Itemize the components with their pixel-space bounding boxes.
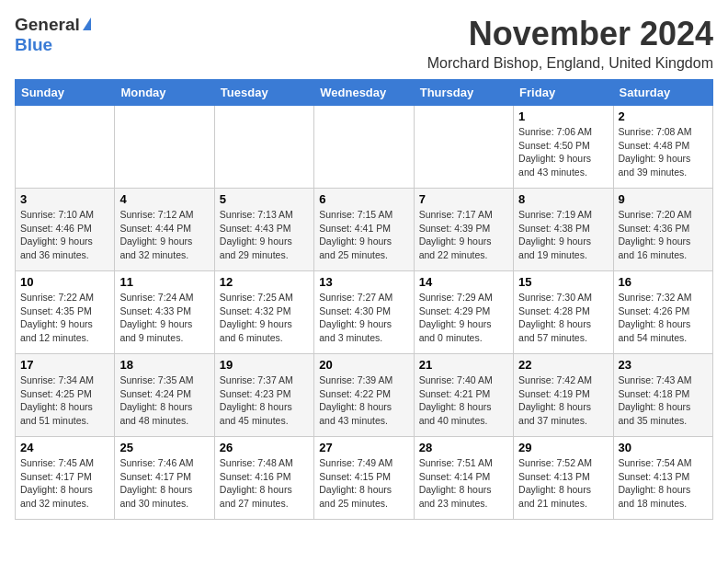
day-info: Sunrise: 7:22 AM Sunset: 4:35 PM Dayligh… xyxy=(20,291,109,345)
day-cell: 10Sunrise: 7:22 AM Sunset: 4:35 PM Dayli… xyxy=(16,271,115,354)
day-info: Sunrise: 7:27 AM Sunset: 4:30 PM Dayligh… xyxy=(319,291,408,345)
week-row-1: 1Sunrise: 7:06 AM Sunset: 4:50 PM Daylig… xyxy=(16,106,713,189)
day-cell: 29Sunrise: 7:52 AM Sunset: 4:13 PM Dayli… xyxy=(514,437,613,520)
day-cell xyxy=(414,106,513,189)
day-info: Sunrise: 7:35 AM Sunset: 4:24 PM Dayligh… xyxy=(119,373,209,428)
header-saturday: Saturday xyxy=(613,80,712,106)
day-info: Sunrise: 7:40 AM Sunset: 4:21 PM Dayligh… xyxy=(419,373,508,428)
day-number: 25 xyxy=(119,441,209,454)
day-number: 10 xyxy=(20,275,109,289)
header-sunday: Sunday xyxy=(16,80,115,106)
day-number: 22 xyxy=(518,358,608,372)
day-cell: 24Sunrise: 7:45 AM Sunset: 4:17 PM Dayli… xyxy=(16,437,115,520)
day-number: 13 xyxy=(319,275,408,289)
day-info: Sunrise: 7:39 AM Sunset: 4:22 PM Dayligh… xyxy=(319,373,408,428)
header-tuesday: Tuesday xyxy=(214,80,313,106)
day-info: Sunrise: 7:13 AM Sunset: 4:43 PM Dayligh… xyxy=(220,208,309,262)
day-info: Sunrise: 7:45 AM Sunset: 4:17 PM Dayligh… xyxy=(20,456,109,511)
week-row-4: 17Sunrise: 7:34 AM Sunset: 4:25 PM Dayli… xyxy=(16,354,713,437)
day-number: 11 xyxy=(119,275,209,289)
day-cell: 4Sunrise: 7:12 AM Sunset: 4:44 PM Daylig… xyxy=(115,189,214,271)
logo: General Blue xyxy=(15,15,91,55)
day-number: 9 xyxy=(619,192,708,206)
day-number: 7 xyxy=(419,192,508,206)
day-info: Sunrise: 7:34 AM Sunset: 4:25 PM Dayligh… xyxy=(20,373,109,428)
calendar-header-row: SundayMondayTuesdayWednesdayThursdayFrid… xyxy=(16,80,713,106)
day-cell: 6Sunrise: 7:15 AM Sunset: 4:41 PM Daylig… xyxy=(314,189,414,271)
header: General Blue November 2024 Morchard Bish… xyxy=(15,15,713,72)
day-info: Sunrise: 7:12 AM Sunset: 4:44 PM Dayligh… xyxy=(119,208,209,262)
header-monday: Monday xyxy=(115,80,214,106)
day-cell xyxy=(115,106,214,189)
day-cell: 18Sunrise: 7:35 AM Sunset: 4:24 PM Dayli… xyxy=(115,354,214,437)
day-info: Sunrise: 7:30 AM Sunset: 4:28 PM Dayligh… xyxy=(518,291,608,345)
day-number: 1 xyxy=(518,109,608,123)
day-cell: 8Sunrise: 7:19 AM Sunset: 4:38 PM Daylig… xyxy=(514,189,613,271)
day-info: Sunrise: 7:43 AM Sunset: 4:18 PM Dayligh… xyxy=(619,373,708,428)
day-cell: 9Sunrise: 7:20 AM Sunset: 4:36 PM Daylig… xyxy=(613,189,712,271)
day-number: 3 xyxy=(20,192,109,206)
day-cell: 28Sunrise: 7:51 AM Sunset: 4:14 PM Dayli… xyxy=(414,437,513,520)
calendar-table: SundayMondayTuesdayWednesdayThursdayFrid… xyxy=(15,79,713,520)
day-cell: 17Sunrise: 7:34 AM Sunset: 4:25 PM Dayli… xyxy=(16,354,115,437)
location-subtitle: Morchard Bishop, England, United Kingdom xyxy=(427,55,713,72)
day-number: 8 xyxy=(518,192,608,206)
day-number: 6 xyxy=(319,192,408,206)
day-cell: 3Sunrise: 7:10 AM Sunset: 4:46 PM Daylig… xyxy=(16,189,115,271)
day-cell: 15Sunrise: 7:30 AM Sunset: 4:28 PM Dayli… xyxy=(514,271,613,354)
day-info: Sunrise: 7:20 AM Sunset: 4:36 PM Dayligh… xyxy=(619,208,708,262)
day-cell xyxy=(16,106,115,189)
day-info: Sunrise: 7:52 AM Sunset: 4:13 PM Dayligh… xyxy=(518,456,608,511)
day-cell xyxy=(214,106,313,189)
day-number: 30 xyxy=(619,441,708,454)
day-number: 2 xyxy=(619,109,708,123)
logo-blue: Blue xyxy=(15,35,52,54)
day-info: Sunrise: 7:19 AM Sunset: 4:38 PM Dayligh… xyxy=(518,208,608,262)
day-number: 21 xyxy=(419,358,508,372)
day-info: Sunrise: 7:06 AM Sunset: 4:50 PM Dayligh… xyxy=(518,125,608,179)
day-info: Sunrise: 7:42 AM Sunset: 4:19 PM Dayligh… xyxy=(518,373,608,428)
day-number: 4 xyxy=(119,192,209,206)
day-cell: 22Sunrise: 7:42 AM Sunset: 4:19 PM Dayli… xyxy=(514,354,613,437)
day-cell: 11Sunrise: 7:24 AM Sunset: 4:33 PM Dayli… xyxy=(115,271,214,354)
day-cell: 19Sunrise: 7:37 AM Sunset: 4:23 PM Dayli… xyxy=(214,354,313,437)
day-number: 5 xyxy=(220,192,309,206)
day-info: Sunrise: 7:24 AM Sunset: 4:33 PM Dayligh… xyxy=(119,291,209,345)
header-wednesday: Wednesday xyxy=(314,80,414,106)
header-friday: Friday xyxy=(514,80,613,106)
day-number: 26 xyxy=(220,441,309,454)
day-number: 16 xyxy=(619,275,708,289)
day-info: Sunrise: 7:29 AM Sunset: 4:29 PM Dayligh… xyxy=(419,291,508,345)
day-cell: 7Sunrise: 7:17 AM Sunset: 4:39 PM Daylig… xyxy=(414,189,513,271)
day-number: 17 xyxy=(20,358,109,372)
day-info: Sunrise: 7:32 AM Sunset: 4:26 PM Dayligh… xyxy=(619,291,708,345)
day-number: 15 xyxy=(518,275,608,289)
logo-general: General xyxy=(15,15,80,35)
month-title: November 2024 xyxy=(427,15,713,53)
day-cell: 5Sunrise: 7:13 AM Sunset: 4:43 PM Daylig… xyxy=(214,189,313,271)
title-area: November 2024 Morchard Bishop, England, … xyxy=(427,15,713,72)
day-info: Sunrise: 7:25 AM Sunset: 4:32 PM Dayligh… xyxy=(220,291,309,345)
day-info: Sunrise: 7:54 AM Sunset: 4:13 PM Dayligh… xyxy=(619,456,708,511)
day-number: 12 xyxy=(220,275,309,289)
day-cell: 16Sunrise: 7:32 AM Sunset: 4:26 PM Dayli… xyxy=(613,271,712,354)
day-number: 20 xyxy=(319,358,408,372)
day-info: Sunrise: 7:51 AM Sunset: 4:14 PM Dayligh… xyxy=(419,456,508,511)
day-cell: 21Sunrise: 7:40 AM Sunset: 4:21 PM Dayli… xyxy=(414,354,513,437)
day-number: 24 xyxy=(20,441,109,454)
day-number: 19 xyxy=(220,358,309,372)
day-number: 28 xyxy=(419,441,508,454)
logo-triangle xyxy=(83,17,91,30)
day-cell: 1Sunrise: 7:06 AM Sunset: 4:50 PM Daylig… xyxy=(514,106,613,189)
week-row-2: 3Sunrise: 7:10 AM Sunset: 4:46 PM Daylig… xyxy=(16,189,713,271)
day-cell: 12Sunrise: 7:25 AM Sunset: 4:32 PM Dayli… xyxy=(214,271,313,354)
day-info: Sunrise: 7:37 AM Sunset: 4:23 PM Dayligh… xyxy=(220,373,309,428)
header-thursday: Thursday xyxy=(414,80,513,106)
day-cell: 23Sunrise: 7:43 AM Sunset: 4:18 PM Dayli… xyxy=(613,354,712,437)
day-cell: 27Sunrise: 7:49 AM Sunset: 4:15 PM Dayli… xyxy=(314,437,414,520)
week-row-3: 10Sunrise: 7:22 AM Sunset: 4:35 PM Dayli… xyxy=(16,271,713,354)
day-cell: 20Sunrise: 7:39 AM Sunset: 4:22 PM Dayli… xyxy=(314,354,414,437)
day-info: Sunrise: 7:08 AM Sunset: 4:48 PM Dayligh… xyxy=(619,125,708,179)
week-row-5: 24Sunrise: 7:45 AM Sunset: 4:17 PM Dayli… xyxy=(16,437,713,520)
day-number: 18 xyxy=(119,358,209,372)
